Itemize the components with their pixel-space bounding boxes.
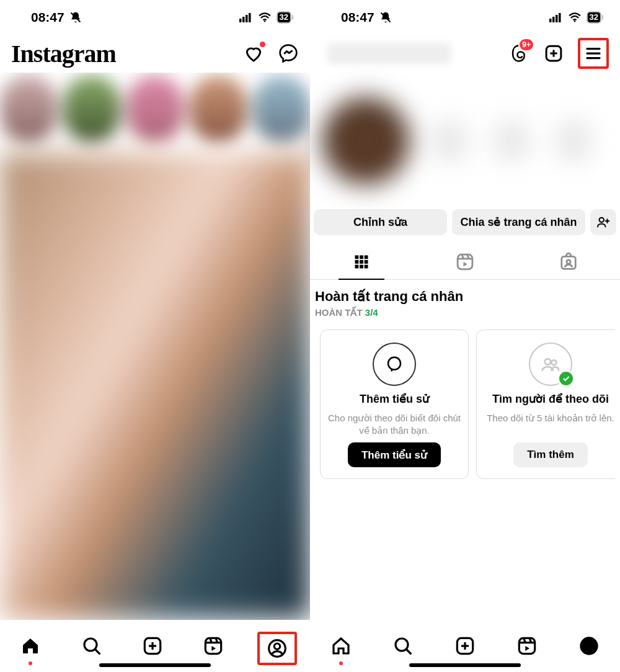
complete-subtitle: HOÀN TẤT 3/4 bbox=[315, 307, 615, 318]
card-title: Thêm tiểu sử bbox=[360, 392, 429, 406]
nav-create[interactable] bbox=[135, 632, 170, 660]
svg-rect-32 bbox=[355, 255, 359, 259]
svg-point-50 bbox=[396, 638, 408, 651]
feed-content-blurred bbox=[0, 73, 310, 620]
nav-reels[interactable] bbox=[510, 632, 544, 660]
threads-badge: 9+ bbox=[518, 38, 534, 52]
cellular-icon bbox=[549, 12, 563, 22]
card-title: Tìm người để theo dõi bbox=[492, 392, 609, 406]
battery-icon: 32 bbox=[587, 11, 601, 24]
nav-profile[interactable] bbox=[572, 632, 606, 660]
menu-hamburger-button[interactable] bbox=[578, 38, 609, 69]
svg-point-6 bbox=[84, 638, 97, 651]
svg-line-51 bbox=[407, 650, 411, 654]
svg-rect-45 bbox=[561, 256, 575, 269]
activity-heart-button[interactable] bbox=[243, 43, 264, 64]
svg-point-47 bbox=[388, 357, 401, 370]
card-find-follow: Tìm người để theo dõi Theo dõi từ 5 tài … bbox=[476, 329, 615, 479]
svg-rect-35 bbox=[355, 260, 359, 264]
edit-profile-button[interactable]: Chỉnh sửa bbox=[314, 209, 447, 235]
svg-rect-3 bbox=[246, 15, 248, 22]
svg-rect-33 bbox=[360, 255, 363, 259]
instagram-logo[interactable]: Instagram bbox=[11, 39, 116, 68]
nav-search[interactable] bbox=[74, 632, 109, 660]
profile-tabs bbox=[310, 244, 620, 280]
svg-rect-18 bbox=[549, 19, 552, 22]
profile-action-row: Chỉnh sửa Chia sẻ trang cá nhân bbox=[310, 209, 620, 244]
profile-header: 9+ bbox=[310, 34, 620, 73]
speech-bubble-icon bbox=[373, 343, 416, 386]
messenger-button[interactable] bbox=[278, 43, 299, 64]
svg-point-22 bbox=[574, 20, 575, 21]
tab-grid[interactable] bbox=[310, 244, 414, 279]
complete-title: Hoàn tất trang cá nhân bbox=[315, 289, 615, 305]
nav-home-dot-icon bbox=[29, 661, 32, 665]
svg-point-46 bbox=[567, 259, 570, 263]
status-time: 08:47 bbox=[31, 10, 64, 25]
add-bio-button[interactable]: Thêm tiểu sử bbox=[348, 442, 441, 467]
nav-search[interactable] bbox=[386, 632, 420, 660]
home-indicator[interactable] bbox=[409, 663, 521, 667]
svg-rect-37 bbox=[365, 260, 368, 264]
share-profile-button[interactable]: Chia sẻ trang cá nhân bbox=[452, 209, 585, 235]
svg-rect-39 bbox=[360, 264, 363, 268]
tab-tagged[interactable] bbox=[516, 244, 620, 279]
profile-screen: 08:47 32 9+ bbox=[310, 0, 620, 672]
svg-rect-38 bbox=[355, 264, 359, 268]
nav-home[interactable] bbox=[13, 632, 48, 660]
bell-off-icon bbox=[69, 11, 82, 24]
home-indicator[interactable] bbox=[99, 663, 211, 667]
status-bar: 08:47 32 bbox=[310, 0, 620, 34]
check-icon bbox=[557, 370, 575, 387]
card-desc: Cho người theo dõi biết đôi chút về bản … bbox=[327, 412, 462, 436]
svg-rect-41 bbox=[458, 254, 472, 269]
bottom-nav bbox=[310, 620, 620, 672]
discover-people-button[interactable] bbox=[590, 209, 616, 235]
card-desc: Theo dõi từ 5 tài khoản trở lên. bbox=[487, 412, 614, 424]
people-icon bbox=[529, 343, 572, 386]
svg-rect-11 bbox=[206, 638, 221, 653]
feed-screen: 08:47 32 Instagram bbox=[0, 0, 310, 672]
status-bar: 08:47 32 bbox=[0, 0, 310, 34]
wifi-icon bbox=[258, 12, 272, 22]
nav-home[interactable] bbox=[324, 632, 358, 660]
threads-button[interactable]: 9+ bbox=[508, 43, 529, 64]
find-more-button[interactable]: Tìm thêm bbox=[513, 442, 588, 467]
nav-home-dot-icon bbox=[339, 661, 343, 665]
card-add-bio: Thêm tiểu sử Cho người theo dõi biết đôi… bbox=[320, 329, 469, 479]
avatar[interactable] bbox=[322, 97, 409, 184]
feed-header: Instagram bbox=[0, 34, 310, 73]
notification-dot-icon bbox=[260, 42, 265, 47]
svg-rect-1 bbox=[239, 19, 242, 22]
tab-reels[interactable] bbox=[414, 244, 517, 279]
svg-line-7 bbox=[95, 650, 100, 654]
svg-rect-40 bbox=[365, 264, 368, 268]
svg-rect-4 bbox=[249, 13, 251, 22]
svg-point-48 bbox=[545, 359, 551, 364]
svg-rect-2 bbox=[242, 17, 245, 22]
svg-rect-36 bbox=[360, 260, 363, 264]
wifi-icon bbox=[568, 12, 582, 22]
nav-profile[interactable] bbox=[257, 632, 297, 665]
bell-off-icon bbox=[379, 11, 392, 24]
svg-point-16 bbox=[274, 643, 280, 649]
status-time: 08:47 bbox=[341, 10, 374, 25]
svg-point-59 bbox=[580, 637, 598, 655]
svg-rect-19 bbox=[552, 17, 555, 22]
complete-profile-section: Hoàn tất trang cá nhân HOÀN TẤT 3/4 Thêm… bbox=[310, 280, 620, 479]
svg-rect-55 bbox=[519, 638, 534, 653]
bottom-nav bbox=[0, 620, 310, 672]
nav-create[interactable] bbox=[448, 632, 482, 660]
svg-rect-21 bbox=[559, 13, 561, 22]
svg-rect-34 bbox=[365, 255, 368, 259]
svg-point-49 bbox=[551, 360, 556, 365]
svg-rect-20 bbox=[556, 15, 558, 22]
battery-icon: 32 bbox=[277, 11, 291, 24]
svg-point-29 bbox=[600, 218, 604, 222]
nav-reels[interactable] bbox=[196, 632, 231, 660]
svg-point-5 bbox=[264, 20, 265, 21]
username-blurred[interactable] bbox=[327, 43, 451, 64]
cellular-icon bbox=[239, 12, 253, 22]
create-button[interactable] bbox=[543, 43, 564, 64]
profile-info-blurred bbox=[310, 73, 620, 209]
